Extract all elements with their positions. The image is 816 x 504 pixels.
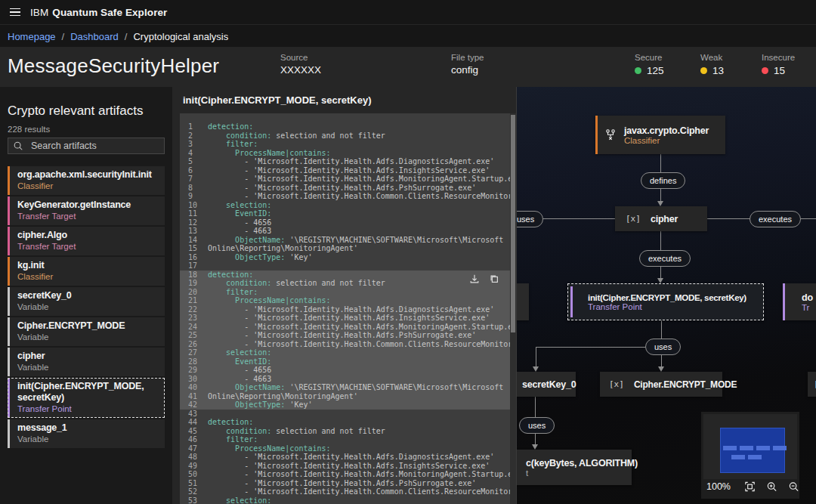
brand-name: Quantum Safe Explorer	[52, 7, 167, 18]
node-title: c(keyBytes, ALGORITHM)	[526, 458, 638, 468]
code-line: 27 selection:	[180, 348, 510, 357]
graph-node-partial-left[interactable]	[516, 283, 529, 320]
download-icon[interactable]	[469, 274, 480, 284]
line-number: 42	[180, 400, 201, 410]
minimap-node	[731, 455, 745, 459]
graph-node-partial-right[interactable]: do Tr	[783, 283, 816, 320]
zoom-in-icon[interactable]	[766, 481, 777, 493]
breadcrumb-dashboard[interactable]: Dashboard	[70, 31, 119, 42]
top-header: IBMQuantum Safe Explorer	[0, 0, 816, 25]
code-viewer[interactable]: 1detection:2 condition: selection and no…	[180, 113, 510, 504]
code-line: 15Online\Reporting\MonitoringAgent'	[180, 244, 510, 253]
artifact-list-item[interactable]: kg.initClassifier	[8, 257, 165, 286]
minimap-area[interactable]	[703, 414, 797, 479]
node-title: init(Cipher.ENCRYPT_MODE, secretKey)	[588, 293, 746, 302]
code-line: 12 - 4656	[180, 218, 510, 227]
node-accent-bar	[595, 116, 598, 154]
code-line: 1detection:	[180, 122, 510, 131]
code-line: 30 - 4663	[180, 375, 510, 384]
line-number: 11	[180, 209, 201, 218]
minimap-viewport[interactable]	[720, 428, 785, 473]
edge-arrow	[657, 278, 663, 283]
artifact-list-item[interactable]: KeyGenerator.getInstanceTransfer Target	[8, 196, 165, 225]
edge-line	[536, 347, 645, 348]
edge-label-executes-right: executes	[750, 211, 801, 227]
edge-label-defines: defines	[641, 172, 685, 189]
line-number: 27	[180, 348, 201, 357]
artifact-title: message_1	[17, 422, 159, 434]
artifact-list-item[interactable]: message_1Variable	[8, 419, 165, 448]
line-number: 51	[180, 479, 201, 488]
meta-filetype-value: config	[451, 64, 484, 76]
graph-node-cipher-encrypt-mode[interactable]: [x] Cipher.ENCRYPT_MODE	[600, 372, 722, 397]
breadcrumb-homepage[interactable]: Homepage	[8, 31, 56, 42]
edge-arrow	[533, 366, 539, 372]
code-line: 29 - 4656	[180, 366, 510, 375]
line-number: 29	[180, 366, 201, 375]
graph-node-javax-crypto-cipher[interactable]: javax.crypto.Cipher Classifier	[595, 116, 725, 154]
copy-icon[interactable]	[489, 274, 499, 284]
stat-secure-value: 125	[647, 65, 664, 76]
sidebar-heading: Crypto relevant artifacts	[8, 104, 172, 119]
line-number: 43	[180, 410, 201, 419]
artifact-list-item[interactable]: init(Cipher.ENCRYPT_MODE, secretKey)Tran…	[8, 378, 165, 418]
zoom-out-icon[interactable]	[788, 481, 799, 493]
line-number: 46	[180, 435, 201, 444]
code-scrollbar-thumb[interactable]	[511, 115, 515, 332]
search-icon	[13, 141, 23, 151]
meta-source: Source XXXXXX	[280, 53, 321, 76]
page-title: MessageSecurityHelper	[8, 54, 219, 78]
code-scrollbar[interactable]	[510, 113, 516, 504]
graph-node-init-transfer-point[interactable]: init(Cipher.ENCRYPT_MODE, secretKey) Tra…	[567, 283, 764, 320]
artifact-type: Transfer Point	[17, 404, 159, 415]
graph-node-partial-var-right[interactable]: [x]	[808, 372, 816, 397]
line-number: 1	[180, 122, 201, 131]
artifact-type: Variable	[17, 362, 159, 373]
stat-weak-value: 13	[712, 65, 724, 76]
edge-label-uses-mid: uses	[645, 339, 681, 355]
artifact-list-item[interactable]: cipherVariable	[8, 348, 165, 376]
artifact-list-item[interactable]: cipher.AlgoTransfer Target	[8, 227, 165, 255]
graph-node-cipher[interactable]: [x] cipher	[615, 206, 707, 231]
line-number: 6	[180, 166, 201, 175]
graph-node-keybytes-algorithm[interactable]: c(keyBytes, ALGORITHM) t	[516, 450, 632, 485]
minimap-node	[748, 455, 762, 459]
code-line: 51 - 'Microsoft.Identity.Health.Adfs.Psh…	[180, 479, 510, 488]
artifact-title: Cipher.ENCRYPT_MODE	[17, 320, 159, 332]
meta-filetype: File type config	[451, 53, 484, 76]
menu-icon[interactable]	[0, 0, 30, 25]
dependency-graph: defines uses executes executes uses uses…	[516, 87, 816, 504]
artifact-type: Variable	[17, 332, 159, 343]
artifact-list-item[interactable]: Cipher.ENCRYPT_MODEVariable	[8, 317, 165, 346]
code-line: 20 filter:	[180, 288, 510, 297]
line-number: 53	[180, 496, 201, 504]
code-line: 13 - 4663	[180, 227, 510, 236]
stat-insecure-label: Insecure	[762, 53, 795, 62]
code-line: 46 filter:	[180, 435, 510, 444]
brand-prefix: IBM	[30, 7, 48, 18]
artifact-list-item[interactable]: org.apache.xml.securityInit.initClassifi…	[8, 166, 165, 195]
edge-line	[536, 347, 536, 366]
line-number: 47	[180, 444, 201, 453]
code-line: 49 - 'Microsoft.Identity.Health.Adfs.Ins…	[180, 462, 510, 471]
artifact-list-item[interactable]: secretKey_0Variable	[8, 287, 165, 316]
line-number: 24	[180, 323, 201, 332]
fit-to-screen-icon[interactable]	[744, 481, 756, 493]
breadcrumb-separator: /	[62, 31, 65, 42]
class-hierarchy-icon	[604, 128, 617, 141]
artifact-type: Variable	[17, 434, 159, 445]
edge-arrow	[657, 201, 663, 206]
code-line: 18detection:	[180, 271, 510, 280]
edge-arrow	[532, 444, 538, 450]
code-line: 5 - 'Microsoft.Identity.Health.Adfs.Diag…	[180, 157, 510, 166]
artifact-type: Classifier	[17, 271, 159, 283]
artifact-title: KeyGenerator.getInstance	[17, 199, 159, 211]
line-number: 44	[180, 418, 201, 427]
code-line: 3 filter:	[180, 140, 510, 149]
search-input[interactable]	[29, 140, 159, 152]
graph-node-secretkey0[interactable]: secretKey_0	[516, 372, 576, 397]
artifact-title: cipher	[17, 351, 159, 362]
code-line: 14 ObjectName: '\REGISTRY\MACHINE\SOFTWA…	[180, 236, 510, 245]
title-bar: MessageSecurityHelper Source XXXXXX File…	[0, 47, 816, 87]
code-line: 47 ProcessName|contains:	[180, 444, 510, 453]
